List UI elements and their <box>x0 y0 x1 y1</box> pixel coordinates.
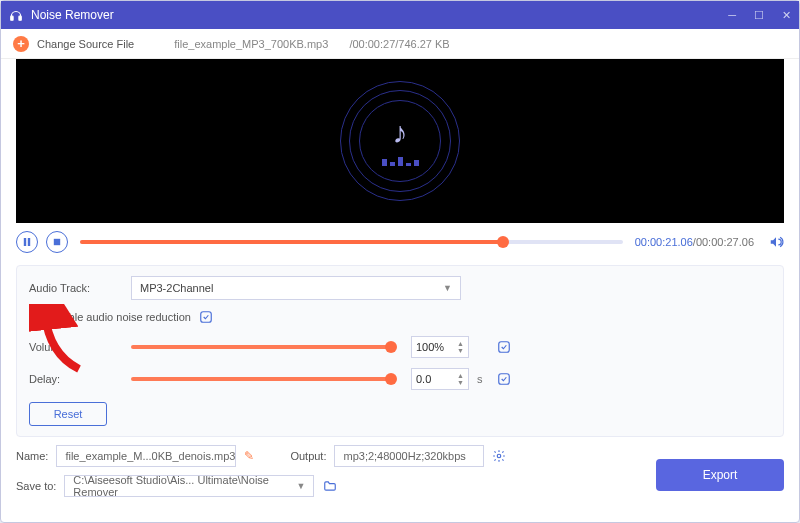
delay-reset-icon[interactable] <box>497 372 511 386</box>
export-button[interactable]: Export <box>656 459 784 491</box>
player-controls: 00:00:21.06/00:00:27.06 <box>1 223 799 261</box>
titlebar: Noise Remover ─ ☐ ✕ <box>1 1 799 29</box>
output-field: mp3;2;48000Hz;320kbps <box>334 445 484 467</box>
app-icon <box>9 7 25 23</box>
svg-rect-5 <box>201 312 212 323</box>
svg-rect-2 <box>24 238 26 246</box>
minimize-button[interactable]: ─ <box>728 9 736 22</box>
file-meta-text: /00:00:27/746.27 KB <box>349 38 449 50</box>
chevron-down-icon: ▼ <box>296 481 305 491</box>
app-title: Noise Remover <box>31 8 728 22</box>
change-source-link[interactable]: Change Source File <box>37 38 134 50</box>
close-button[interactable]: ✕ <box>782 9 791 22</box>
volume-down-icon[interactable]: ▼ <box>457 347 464 354</box>
time-display: 00:00:21.06/00:00:27.06 <box>635 236 754 248</box>
chevron-down-icon: ▼ <box>443 283 452 293</box>
output-settings-icon[interactable] <box>492 449 506 463</box>
volume-row: Volum 100% ▲▼ <box>29 336 771 358</box>
noise-settings-icon[interactable] <box>199 310 213 324</box>
total-time: /00:00:27.06 <box>693 236 754 248</box>
svg-rect-4 <box>54 239 60 245</box>
reset-button[interactable]: Reset <box>29 402 107 426</box>
progress-thumb[interactable] <box>497 236 509 248</box>
maximize-button[interactable]: ☐ <box>754 9 764 22</box>
settings-panel: Audio Track: MP3-2Channel ▼ Enable audio… <box>16 265 784 437</box>
delay-down-icon[interactable]: ▼ <box>457 379 464 386</box>
name-value: file_example_M...0KB_denois.mp3 <box>65 450 235 462</box>
current-time: 00:00:21.06 <box>635 236 693 248</box>
music-note-icon: ♪ <box>393 116 408 150</box>
svg-point-9 <box>498 454 502 458</box>
delay-value: 0.0 <box>416 373 431 385</box>
svg-rect-3 <box>28 238 30 246</box>
name-label: Name: <box>16 450 48 462</box>
enable-noise-label: Enable audio noise reduction <box>49 311 191 323</box>
delay-slider[interactable] <box>131 377 391 381</box>
volume-value: 100% <box>416 341 444 353</box>
svg-rect-7 <box>499 342 510 353</box>
audio-track-value: MP3-2Channel <box>140 282 213 294</box>
equalizer-icon <box>382 156 419 166</box>
audio-track-label: Audio Track: <box>29 282 99 294</box>
progress-track[interactable] <box>80 240 623 244</box>
file-info: file_example_MP3_700KB.mp3 /00:00:27/746… <box>174 38 467 50</box>
volume-slider-thumb[interactable] <box>385 341 397 353</box>
saveto-select[interactable]: C:\Aiseesoft Studio\Ais... Ultimate\Nois… <box>64 475 314 497</box>
music-visualizer: ♪ <box>340 81 460 201</box>
output-label: Output: <box>290 450 326 462</box>
delay-unit: s <box>477 373 487 385</box>
enable-noise-checkbox[interactable] <box>29 310 43 324</box>
file-name-text: file_example_MP3_700KB.mp3 <box>174 38 328 50</box>
delay-slider-thumb[interactable] <box>385 373 397 385</box>
delay-row: Delay: 0.0 ▲▼ s <box>29 368 771 390</box>
delay-up-icon[interactable]: ▲ <box>457 372 464 379</box>
toolbar: + Change Source File file_example_MP3_70… <box>1 29 799 59</box>
audio-track-select[interactable]: MP3-2Channel ▼ <box>131 276 461 300</box>
audio-track-row: Audio Track: MP3-2Channel ▼ <box>29 276 771 300</box>
name-field: file_example_M...0KB_denois.mp3 <box>56 445 236 467</box>
volume-up-icon[interactable]: ▲ <box>457 340 464 347</box>
app-window: Noise Remover ─ ☐ ✕ + Change Source File… <box>0 0 800 523</box>
add-file-button[interactable]: + <box>13 36 29 52</box>
edit-name-icon[interactable]: ✎ <box>244 449 254 463</box>
volume-label: Volum <box>29 341 99 353</box>
stop-button[interactable] <box>46 231 68 253</box>
bottom-section: Name: file_example_M...0KB_denois.mp3 ✎ … <box>1 437 799 515</box>
delay-spinner[interactable]: 0.0 ▲▼ <box>411 368 469 390</box>
volume-slider[interactable] <box>131 345 391 349</box>
saveto-label: Save to: <box>16 480 56 492</box>
svg-rect-1 <box>19 16 21 20</box>
progress-fill <box>80 240 503 244</box>
volume-reset-icon[interactable] <box>497 340 511 354</box>
window-controls: ─ ☐ ✕ <box>728 9 791 22</box>
preview-area: ♪ <box>16 59 784 223</box>
output-value: mp3;2;48000Hz;320kbps <box>343 450 465 462</box>
svg-rect-0 <box>11 16 13 20</box>
open-folder-icon[interactable] <box>322 479 338 493</box>
pause-button[interactable] <box>16 231 38 253</box>
noise-reduction-row: Enable audio noise reduction <box>29 310 771 324</box>
volume-icon[interactable] <box>768 235 784 249</box>
delay-label: Delay: <box>29 373 99 385</box>
svg-rect-8 <box>499 374 510 385</box>
volume-spinner[interactable]: 100% ▲▼ <box>411 336 469 358</box>
saveto-value: C:\Aiseesoft Studio\Ais... Ultimate\Nois… <box>73 474 296 498</box>
